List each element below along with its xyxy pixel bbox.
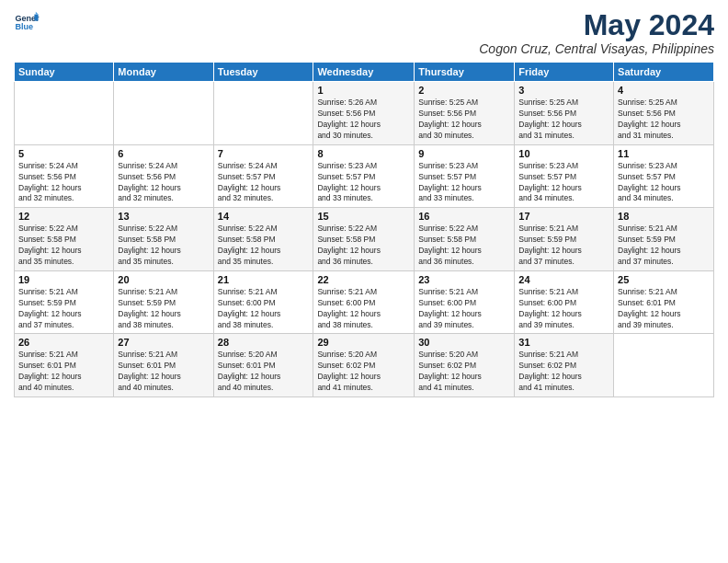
svg-text:Blue: Blue xyxy=(15,22,33,31)
day-cell: 1Sunrise: 5:26 AM Sunset: 5:56 PM Daylig… xyxy=(313,82,415,145)
day-number: 17 xyxy=(518,211,609,222)
day-info: Sunrise: 5:20 AM Sunset: 6:02 PM Dayligh… xyxy=(418,350,510,394)
day-number: 27 xyxy=(118,337,209,348)
day-info: Sunrise: 5:26 AM Sunset: 5:56 PM Dayligh… xyxy=(317,98,410,142)
day-cell xyxy=(213,82,313,145)
day-number: 11 xyxy=(618,148,710,159)
day-number: 10 xyxy=(518,148,609,159)
day-info: Sunrise: 5:22 AM Sunset: 5:58 PM Dayligh… xyxy=(18,224,109,268)
day-number: 16 xyxy=(418,211,510,222)
day-info: Sunrise: 5:20 AM Sunset: 6:02 PM Dayligh… xyxy=(317,350,410,394)
day-cell: 21Sunrise: 5:21 AM Sunset: 6:00 PM Dayli… xyxy=(213,270,313,334)
day-cell: 9Sunrise: 5:23 AM Sunset: 5:57 PM Daylig… xyxy=(415,144,515,208)
day-cell: 19Sunrise: 5:21 AM Sunset: 5:59 PM Dayli… xyxy=(15,270,114,334)
day-info: Sunrise: 5:21 AM Sunset: 6:01 PM Dayligh… xyxy=(18,350,109,394)
day-cell: 3Sunrise: 5:25 AM Sunset: 5:56 PM Daylig… xyxy=(515,82,614,145)
col-saturday: Saturday xyxy=(614,63,714,82)
day-cell: 30Sunrise: 5:20 AM Sunset: 6:02 PM Dayli… xyxy=(415,334,515,397)
day-info: Sunrise: 5:22 AM Sunset: 5:58 PM Dayligh… xyxy=(118,224,209,268)
day-cell xyxy=(614,334,714,397)
day-info: Sunrise: 5:21 AM Sunset: 6:00 PM Dayligh… xyxy=(518,287,609,331)
day-cell xyxy=(15,82,114,145)
day-cell: 5Sunrise: 5:24 AM Sunset: 5:56 PM Daylig… xyxy=(15,144,114,208)
day-cell: 4Sunrise: 5:25 AM Sunset: 5:56 PM Daylig… xyxy=(614,82,714,145)
day-info: Sunrise: 5:21 AM Sunset: 5:59 PM Dayligh… xyxy=(618,224,710,268)
day-cell: 31Sunrise: 5:21 AM Sunset: 6:02 PM Dayli… xyxy=(515,334,614,397)
day-info: Sunrise: 5:23 AM Sunset: 5:57 PM Dayligh… xyxy=(418,161,510,205)
col-tuesday: Tuesday xyxy=(213,63,313,82)
day-info: Sunrise: 5:23 AM Sunset: 5:57 PM Dayligh… xyxy=(518,161,609,205)
logo: General Blue xyxy=(14,9,40,35)
day-number: 18 xyxy=(618,211,710,222)
location-subtitle: Cogon Cruz, Central Visayas, Philippines xyxy=(479,41,714,56)
day-info: Sunrise: 5:21 AM Sunset: 6:00 PM Dayligh… xyxy=(218,287,310,331)
day-number: 28 xyxy=(218,337,310,348)
day-number: 22 xyxy=(317,274,410,285)
day-cell: 28Sunrise: 5:20 AM Sunset: 6:01 PM Dayli… xyxy=(213,334,313,397)
day-number: 21 xyxy=(218,274,310,285)
day-info: Sunrise: 5:25 AM Sunset: 5:56 PM Dayligh… xyxy=(618,98,710,142)
day-info: Sunrise: 5:21 AM Sunset: 6:00 PM Dayligh… xyxy=(317,287,410,331)
day-number: 9 xyxy=(418,148,510,159)
day-info: Sunrise: 5:22 AM Sunset: 5:58 PM Dayligh… xyxy=(418,224,510,268)
day-info: Sunrise: 5:21 AM Sunset: 6:01 PM Dayligh… xyxy=(118,350,209,394)
day-cell: 12Sunrise: 5:22 AM Sunset: 5:58 PM Dayli… xyxy=(15,208,114,271)
day-number: 7 xyxy=(218,148,310,159)
day-cell: 6Sunrise: 5:24 AM Sunset: 5:56 PM Daylig… xyxy=(114,144,213,208)
day-info: Sunrise: 5:25 AM Sunset: 5:56 PM Dayligh… xyxy=(518,98,609,142)
day-cell: 15Sunrise: 5:22 AM Sunset: 5:58 PM Dayli… xyxy=(313,208,415,271)
logo-icon: General Blue xyxy=(14,9,40,35)
day-number: 13 xyxy=(118,211,209,222)
day-cell: 25Sunrise: 5:21 AM Sunset: 6:01 PM Dayli… xyxy=(614,270,714,334)
day-number: 1 xyxy=(317,85,410,96)
day-info: Sunrise: 5:21 AM Sunset: 6:01 PM Dayligh… xyxy=(618,287,710,331)
day-info: Sunrise: 5:21 AM Sunset: 5:59 PM Dayligh… xyxy=(118,287,209,331)
day-info: Sunrise: 5:21 AM Sunset: 6:02 PM Dayligh… xyxy=(518,350,609,394)
day-cell: 24Sunrise: 5:21 AM Sunset: 6:00 PM Dayli… xyxy=(515,270,614,334)
day-cell: 17Sunrise: 5:21 AM Sunset: 5:59 PM Dayli… xyxy=(515,208,614,271)
day-number: 2 xyxy=(418,85,510,96)
day-info: Sunrise: 5:20 AM Sunset: 6:01 PM Dayligh… xyxy=(218,350,310,394)
day-number: 26 xyxy=(18,337,109,348)
header: General Blue May 2024 Cogon Cruz, Centra… xyxy=(14,9,714,56)
day-info: Sunrise: 5:21 AM Sunset: 5:59 PM Dayligh… xyxy=(18,287,109,331)
day-cell: 14Sunrise: 5:22 AM Sunset: 5:58 PM Dayli… xyxy=(213,208,313,271)
day-cell: 16Sunrise: 5:22 AM Sunset: 5:58 PM Dayli… xyxy=(415,208,515,271)
day-cell: 27Sunrise: 5:21 AM Sunset: 6:01 PM Dayli… xyxy=(114,334,213,397)
day-cell: 22Sunrise: 5:21 AM Sunset: 6:00 PM Dayli… xyxy=(313,270,415,334)
day-number: 19 xyxy=(18,274,109,285)
week-row-1: 1Sunrise: 5:26 AM Sunset: 5:56 PM Daylig… xyxy=(15,82,714,145)
day-number: 23 xyxy=(418,274,510,285)
title-block: May 2024 Cogon Cruz, Central Visayas, Ph… xyxy=(479,9,714,56)
day-cell: 29Sunrise: 5:20 AM Sunset: 6:02 PM Dayli… xyxy=(313,334,415,397)
day-number: 6 xyxy=(118,148,209,159)
day-number: 14 xyxy=(218,211,310,222)
day-number: 5 xyxy=(18,148,109,159)
day-cell: 10Sunrise: 5:23 AM Sunset: 5:57 PM Dayli… xyxy=(515,144,614,208)
day-cell: 26Sunrise: 5:21 AM Sunset: 6:01 PM Dayli… xyxy=(15,334,114,397)
col-wednesday: Wednesday xyxy=(313,63,415,82)
day-cell: 11Sunrise: 5:23 AM Sunset: 5:57 PM Dayli… xyxy=(614,144,714,208)
week-row-4: 19Sunrise: 5:21 AM Sunset: 5:59 PM Dayli… xyxy=(15,270,714,334)
day-cell: 20Sunrise: 5:21 AM Sunset: 5:59 PM Dayli… xyxy=(114,270,213,334)
calendar-table: Sunday Monday Tuesday Wednesday Thursday… xyxy=(14,62,714,397)
day-info: Sunrise: 5:23 AM Sunset: 5:57 PM Dayligh… xyxy=(317,161,410,205)
week-row-5: 26Sunrise: 5:21 AM Sunset: 6:01 PM Dayli… xyxy=(15,334,714,397)
col-sunday: Sunday xyxy=(15,63,114,82)
day-info: Sunrise: 5:24 AM Sunset: 5:56 PM Dayligh… xyxy=(118,161,209,205)
col-friday: Friday xyxy=(515,63,614,82)
day-info: Sunrise: 5:22 AM Sunset: 5:58 PM Dayligh… xyxy=(218,224,310,268)
day-number: 25 xyxy=(618,274,710,285)
day-number: 31 xyxy=(518,337,609,348)
day-cell: 7Sunrise: 5:24 AM Sunset: 5:57 PM Daylig… xyxy=(213,144,313,208)
day-number: 3 xyxy=(518,85,609,96)
day-number: 29 xyxy=(317,337,410,348)
day-info: Sunrise: 5:24 AM Sunset: 5:56 PM Dayligh… xyxy=(18,161,109,205)
week-row-3: 12Sunrise: 5:22 AM Sunset: 5:58 PM Dayli… xyxy=(15,208,714,271)
day-info: Sunrise: 5:21 AM Sunset: 5:59 PM Dayligh… xyxy=(518,224,609,268)
day-number: 15 xyxy=(317,211,410,222)
calendar-page: General Blue May 2024 Cogon Cruz, Centra… xyxy=(0,0,728,563)
day-info: Sunrise: 5:21 AM Sunset: 6:00 PM Dayligh… xyxy=(418,287,510,331)
month-year-title: May 2024 xyxy=(479,9,714,41)
day-number: 20 xyxy=(118,274,209,285)
